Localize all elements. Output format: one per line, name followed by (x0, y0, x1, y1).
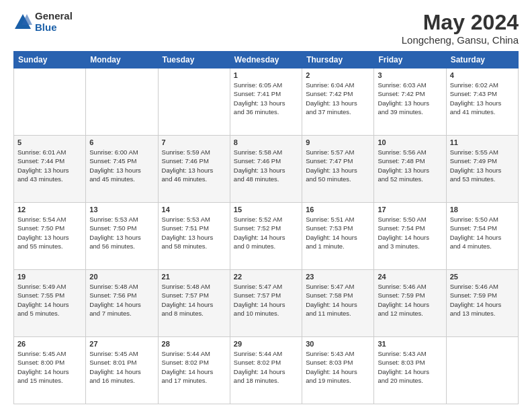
calendar-header-sunday: Sunday (14, 52, 86, 68)
page: General Blue May 2024 Longcheng, Gansu, … (0, 0, 532, 411)
day-info: Sunrise: 5:45 AM Sunset: 8:00 PM Dayligh… (17, 349, 82, 385)
day-info: Sunrise: 5:47 AM Sunset: 7:57 PM Dayligh… (234, 282, 298, 318)
day-info: Sunrise: 5:48 AM Sunset: 7:56 PM Dayligh… (89, 282, 154, 318)
calendar-cell (446, 337, 518, 404)
day-info: Sunrise: 5:55 AM Sunset: 7:49 PM Dayligh… (450, 148, 515, 183)
day-info: Sunrise: 5:45 AM Sunset: 8:01 PM Dayligh… (89, 349, 154, 385)
calendar-cell: 24Sunrise: 5:46 AM Sunset: 7:59 PM Dayli… (374, 270, 446, 337)
day-info: Sunrise: 5:50 AM Sunset: 7:54 PM Dayligh… (378, 215, 442, 250)
day-number: 5 (17, 138, 82, 146)
calendar-cell: 5Sunrise: 6:01 AM Sunset: 7:44 PM Daylig… (14, 136, 86, 203)
logo-blue: Blue (35, 22, 73, 34)
logo: General Blue (13, 11, 73, 33)
calendar-cell: 2Sunrise: 6:04 AM Sunset: 7:42 PM Daylig… (302, 68, 374, 136)
day-number: 12 (17, 205, 82, 214)
calendar-week-row: 19Sunrise: 5:49 AM Sunset: 7:55 PM Dayli… (14, 270, 519, 337)
day-number: 26 (17, 340, 82, 348)
calendar-cell (14, 68, 86, 136)
day-number: 2 (306, 71, 370, 79)
day-info: Sunrise: 5:56 AM Sunset: 7:48 PM Dayligh… (378, 148, 442, 183)
calendar-cell: 12Sunrise: 5:54 AM Sunset: 7:50 PM Dayli… (14, 203, 86, 270)
calendar-cell: 23Sunrise: 5:47 AM Sunset: 7:58 PM Dayli… (302, 270, 374, 337)
day-number: 22 (234, 273, 298, 281)
title-block: May 2024 Longcheng, Gansu, China (402, 11, 519, 46)
subtitle: Longcheng, Gansu, China (402, 34, 519, 46)
day-number: 25 (450, 273, 515, 281)
calendar-week-row: 26Sunrise: 5:45 AM Sunset: 8:00 PM Dayli… (14, 337, 519, 404)
day-info: Sunrise: 5:46 AM Sunset: 7:59 PM Dayligh… (378, 282, 442, 318)
day-number: 1 (234, 71, 298, 79)
day-info: Sunrise: 5:43 AM Sunset: 8:03 PM Dayligh… (306, 349, 370, 385)
day-number: 16 (306, 205, 370, 214)
day-number: 6 (89, 138, 154, 146)
calendar-cell: 25Sunrise: 5:46 AM Sunset: 7:59 PM Dayli… (446, 270, 518, 337)
day-number: 9 (306, 138, 370, 146)
day-info: Sunrise: 6:04 AM Sunset: 7:42 PM Dayligh… (306, 81, 370, 116)
calendar-cell: 17Sunrise: 5:50 AM Sunset: 7:54 PM Dayli… (374, 203, 446, 270)
day-number: 23 (306, 273, 370, 281)
calendar-cell: 7Sunrise: 5:59 AM Sunset: 7:46 PM Daylig… (158, 136, 230, 203)
day-info: Sunrise: 6:00 AM Sunset: 7:45 PM Dayligh… (89, 148, 154, 183)
header: General Blue May 2024 Longcheng, Gansu, … (13, 11, 519, 46)
calendar-cell: 28Sunrise: 5:44 AM Sunset: 8:02 PM Dayli… (158, 337, 230, 404)
day-info: Sunrise: 5:59 AM Sunset: 7:46 PM Dayligh… (162, 148, 226, 183)
calendar-cell: 9Sunrise: 5:57 AM Sunset: 7:47 PM Daylig… (302, 136, 374, 203)
logo-icon (13, 13, 32, 32)
calendar-cell: 15Sunrise: 5:52 AM Sunset: 7:52 PM Dayli… (230, 203, 302, 270)
calendar-cell: 30Sunrise: 5:43 AM Sunset: 8:03 PM Dayli… (302, 337, 374, 404)
calendar-week-row: 1Sunrise: 6:05 AM Sunset: 7:41 PM Daylig… (14, 68, 519, 136)
day-number: 14 (162, 205, 226, 214)
calendar-cell: 4Sunrise: 6:02 AM Sunset: 7:43 PM Daylig… (446, 68, 518, 136)
calendar-cell: 21Sunrise: 5:48 AM Sunset: 7:57 PM Dayli… (158, 270, 230, 337)
day-info: Sunrise: 5:57 AM Sunset: 7:47 PM Dayligh… (306, 148, 370, 183)
calendar-cell: 20Sunrise: 5:48 AM Sunset: 7:56 PM Dayli… (86, 270, 158, 337)
day-info: Sunrise: 5:53 AM Sunset: 7:51 PM Dayligh… (162, 215, 226, 250)
calendar-cell: 11Sunrise: 5:55 AM Sunset: 7:49 PM Dayli… (446, 136, 518, 203)
day-info: Sunrise: 5:44 AM Sunset: 8:02 PM Dayligh… (234, 349, 298, 385)
day-info: Sunrise: 5:49 AM Sunset: 7:55 PM Dayligh… (17, 282, 82, 318)
day-info: Sunrise: 5:50 AM Sunset: 7:54 PM Dayligh… (450, 215, 515, 250)
calendar-week-row: 5Sunrise: 6:01 AM Sunset: 7:44 PM Daylig… (14, 136, 519, 203)
calendar-header-monday: Monday (86, 52, 158, 68)
day-info: Sunrise: 6:01 AM Sunset: 7:44 PM Dayligh… (17, 148, 82, 183)
day-info: Sunrise: 5:46 AM Sunset: 7:59 PM Dayligh… (450, 282, 515, 318)
calendar-cell: 6Sunrise: 6:00 AM Sunset: 7:45 PM Daylig… (86, 136, 158, 203)
calendar-cell (158, 68, 230, 136)
calendar-cell: 3Sunrise: 6:03 AM Sunset: 7:42 PM Daylig… (374, 68, 446, 136)
day-number: 4 (450, 71, 515, 79)
calendar-cell: 16Sunrise: 5:51 AM Sunset: 7:53 PM Dayli… (302, 203, 374, 270)
day-number: 27 (89, 340, 154, 348)
day-info: Sunrise: 5:47 AM Sunset: 7:58 PM Dayligh… (306, 282, 370, 318)
day-number: 28 (162, 340, 226, 348)
calendar-header-friday: Friday (374, 52, 446, 68)
day-info: Sunrise: 5:51 AM Sunset: 7:53 PM Dayligh… (306, 215, 370, 250)
calendar-header-row: SundayMondayTuesdayWednesdayThursdayFrid… (14, 52, 519, 68)
calendar-header-saturday: Saturday (446, 52, 518, 68)
day-number: 17 (378, 205, 442, 214)
day-number: 31 (378, 340, 442, 348)
calendar-cell: 27Sunrise: 5:45 AM Sunset: 8:01 PM Dayli… (86, 337, 158, 404)
day-number: 20 (89, 273, 154, 281)
day-info: Sunrise: 6:03 AM Sunset: 7:42 PM Dayligh… (378, 81, 442, 116)
day-info: Sunrise: 5:53 AM Sunset: 7:50 PM Dayligh… (89, 215, 154, 250)
calendar-cell: 22Sunrise: 5:47 AM Sunset: 7:57 PM Dayli… (230, 270, 302, 337)
day-number: 24 (378, 273, 442, 281)
day-info: Sunrise: 5:52 AM Sunset: 7:52 PM Dayligh… (234, 215, 298, 250)
day-info: Sunrise: 5:43 AM Sunset: 8:03 PM Dayligh… (378, 349, 442, 385)
logo-general: General (35, 11, 73, 22)
calendar-header-thursday: Thursday (302, 52, 374, 68)
day-info: Sunrise: 6:02 AM Sunset: 7:43 PM Dayligh… (450, 81, 515, 116)
calendar-cell: 14Sunrise: 5:53 AM Sunset: 7:51 PM Dayli… (158, 203, 230, 270)
calendar-header-wednesday: Wednesday (230, 52, 302, 68)
day-info: Sunrise: 5:54 AM Sunset: 7:50 PM Dayligh… (17, 215, 82, 250)
day-number: 15 (234, 205, 298, 214)
calendar-cell: 29Sunrise: 5:44 AM Sunset: 8:02 PM Dayli… (230, 337, 302, 404)
day-number: 3 (378, 71, 442, 79)
day-info: Sunrise: 6:05 AM Sunset: 7:41 PM Dayligh… (234, 81, 298, 116)
day-number: 21 (162, 273, 226, 281)
calendar-cell: 26Sunrise: 5:45 AM Sunset: 8:00 PM Dayli… (14, 337, 86, 404)
day-number: 11 (450, 138, 515, 146)
calendar-cell: 10Sunrise: 5:56 AM Sunset: 7:48 PM Dayli… (374, 136, 446, 203)
day-number: 10 (378, 138, 442, 146)
day-info: Sunrise: 5:48 AM Sunset: 7:57 PM Dayligh… (162, 282, 226, 318)
